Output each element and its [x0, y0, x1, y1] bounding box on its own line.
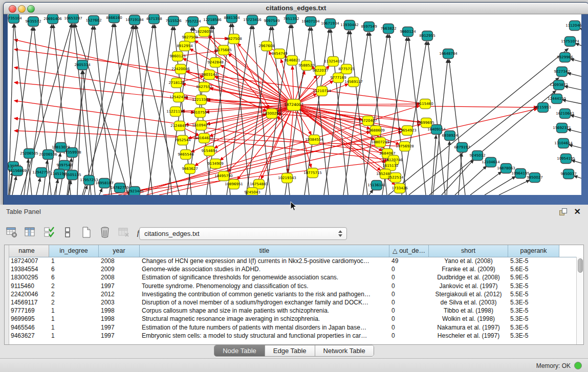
- graph-node[interactable]: 8735104: [8, 14, 22, 24]
- graph-node[interactable]: 9860124: [400, 27, 416, 37]
- vertical-scrollbar[interactable]: [576, 257, 583, 344]
- table-cell: 5.5E-5: [508, 290, 559, 298]
- column-header-title[interactable]: title: [140, 245, 389, 257]
- graph-node[interactable]: 9329966: [557, 53, 573, 62]
- graph-node[interactable]: 10719184: [125, 15, 144, 25]
- graph-node[interactable]: 4671358: [146, 14, 162, 24]
- memory-status-icon[interactable]: [574, 362, 582, 369]
- tab-network-table[interactable]: Network Table: [315, 345, 374, 356]
- graph-node[interactable]: 10954195: [557, 154, 575, 164]
- graph-node[interactable]: 25206505: [20, 149, 38, 159]
- show-columns-icon[interactable]: [24, 226, 37, 239]
- table-selector-dropdown[interactable]: citations_edges.txt: [139, 227, 347, 240]
- graph-node[interactable]: 11120467: [565, 21, 581, 31]
- graph-node-label: 9146821: [284, 58, 300, 62]
- column-header-short[interactable]: short: [429, 245, 508, 257]
- graph-node[interactable]: 20206536: [39, 150, 57, 160]
- graph-node[interactable]: 16648784: [439, 49, 458, 59]
- graph-node-label: 7957224: [185, 19, 201, 24]
- graph-node-label: 18226058: [195, 30, 213, 34]
- table-row[interactable]: 946554611997Estimation of the future num…: [9, 323, 577, 332]
- tab-node-table[interactable]: Node Table: [214, 345, 265, 356]
- graph-node[interactable]: 8466160: [106, 14, 122, 23]
- graph-node[interactable]: 2805334: [74, 60, 91, 70]
- graph-node[interactable]: 6938924: [442, 131, 458, 141]
- graph-node[interactable]: 11325419: [324, 57, 342, 67]
- graph-node[interactable]: 7663822: [380, 24, 396, 34]
- network-canvas[interactable]: 8735104943557220691406106532871527602846…: [8, 14, 581, 195]
- graph-node[interactable]: 15692371: [553, 123, 571, 133]
- graph-node[interactable]: 2718126: [168, 78, 185, 88]
- graph-node[interactable]: 19654923: [398, 126, 417, 136]
- table-row[interactable]: 977716911998Corpus callosum shape and si…: [9, 307, 577, 315]
- graph-node[interactable]: 9245012: [469, 151, 485, 161]
- graph-node[interactable]: 9860123: [169, 52, 185, 61]
- scrollbar-thumb[interactable]: [578, 258, 583, 273]
- column-header-outde[interactable]: △ out_de…: [389, 245, 429, 257]
- column-header-year[interactable]: year: [99, 245, 140, 257]
- graph-node[interactable]: 9822037: [312, 66, 328, 76]
- graph-node[interactable]: 11930442: [340, 20, 359, 30]
- table-row[interactable]: 2242004622012Investigating the contribut…: [9, 290, 577, 298]
- new-table-icon[interactable]: [5, 226, 18, 239]
- graph-node[interactable]: 8481304: [224, 14, 240, 23]
- graph-node[interactable]: 10219343: [278, 173, 296, 183]
- select-columns-icon[interactable]: [42, 226, 56, 239]
- graph-node[interactable]: 8597549: [361, 22, 377, 32]
- graph-node-label: 10107554: [191, 111, 209, 115]
- graph-node[interactable]: 16210643: [556, 109, 574, 119]
- column-header-pagerank[interactable]: pagerank: [508, 245, 559, 257]
- graph-node[interactable]: 7957224: [185, 17, 201, 27]
- graph-node[interactable]: 10688609: [366, 126, 385, 136]
- graph-node[interactable]: 15751074: [561, 37, 579, 47]
- graph-edge: [571, 115, 581, 120]
- graph-node[interactable]: 7851352: [283, 14, 299, 24]
- tab-edge-table[interactable]: Edge Table: [265, 345, 315, 356]
- graph-node[interactable]: 9215953: [535, 103, 551, 113]
- table-row[interactable]: 1938455462009Genome-wide association stu…: [9, 265, 577, 273]
- table-row[interactable]: 1872400712008Changes of HCN gene express…: [9, 257, 577, 265]
- graph-node[interactable]: 10107554: [191, 108, 209, 118]
- graph-node[interactable]: 9227342: [554, 67, 570, 77]
- graph-node[interactable]: 12093872: [550, 80, 568, 90]
- table-cell: Jankovic et al. (1997): [429, 282, 508, 290]
- graph-node[interactable]: 12218586: [203, 15, 222, 25]
- graph-node[interactable]: 12942757: [32, 168, 51, 178]
- graph-node[interactable]: 9134909: [207, 159, 223, 169]
- graph-node[interactable]: 13104614: [554, 139, 573, 148]
- graph-node[interactable]: 9175685: [215, 46, 231, 55]
- graph-node[interactable]: 10653287: [64, 14, 82, 24]
- graph-node[interactable]: 1527602: [85, 16, 101, 26]
- graph-node[interactable]: 7852544: [175, 136, 191, 145]
- delete-column-icon[interactable]: [98, 226, 112, 239]
- close-panel-icon[interactable]: ✕: [574, 207, 581, 216]
- graph-node[interactable]: 8775715: [338, 64, 354, 74]
- graph-node[interactable]: 6879197: [454, 143, 470, 152]
- graph-node[interactable]: 15720407: [359, 116, 377, 126]
- graph-node[interactable]: 20691406: [43, 14, 62, 24]
- row-height-icon[interactable]: [61, 226, 74, 239]
- graph-node[interactable]: 7515526: [165, 16, 182, 26]
- network-window-titlebar[interactable]: citations_edges.txt: [4, 3, 588, 14]
- graph-node[interactable]: 8912955: [419, 31, 435, 41]
- graph-node[interactable]: 19756928: [396, 142, 414, 151]
- graph-node[interactable]: 12542439: [169, 93, 188, 102]
- graph-node[interactable]: 9115460: [417, 99, 433, 109]
- float-window-icon[interactable]: [559, 208, 567, 215]
- table-row[interactable]: 969969511998Structural magnetic resonanc…: [9, 315, 577, 323]
- graph-node[interactable]: 9465546: [178, 150, 194, 160]
- graph-node[interactable]: 9435572: [25, 17, 41, 27]
- create-column-icon[interactable]: [80, 226, 93, 239]
- table-row[interactable]: 946362711997Embryonic stem cells: a mode…: [9, 332, 577, 340]
- table-row[interactable]: 1456911722003Disruption of a novel membe…: [9, 298, 577, 307]
- graph-node[interactable]: 9850037: [560, 169, 576, 179]
- table-row[interactable]: 911546021997Tourette syndrome. Phenomeno…: [9, 282, 577, 290]
- graph-node[interactable]: 15723416: [243, 15, 262, 25]
- column-header-name[interactable]: name: [5, 245, 49, 257]
- graph-node[interactable]: 10407194: [301, 17, 320, 27]
- graph-node[interactable]: 9097549: [264, 16, 279, 26]
- graph-node[interactable]: 10671934: [321, 19, 339, 29]
- column-header-indegree[interactable]: in_degree: [49, 245, 99, 257]
- table-row[interactable]: 1830029562008Estimation of significance …: [9, 273, 577, 281]
- graph-node[interactable]: 16109427: [192, 121, 210, 130]
